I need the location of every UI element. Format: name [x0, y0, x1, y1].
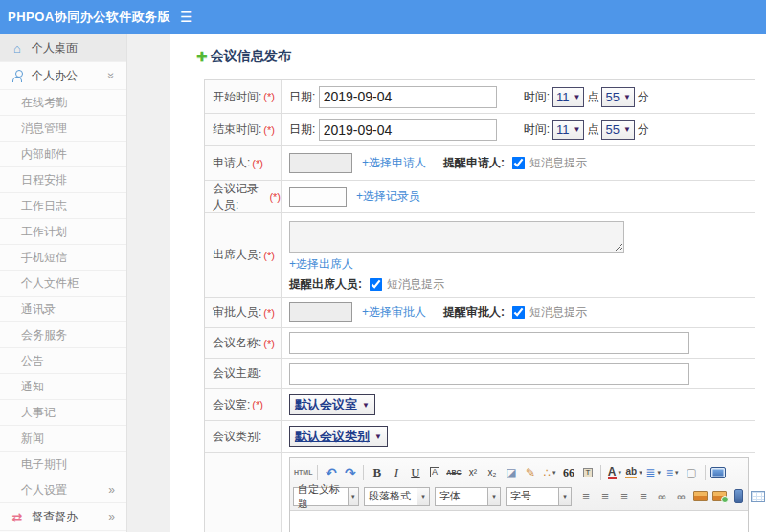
- approver-sms-checkbox[interactable]: [512, 306, 526, 320]
- approver-input[interactable]: [289, 302, 352, 322]
- sidebar-item-meeting-service[interactable]: 会务服务: [0, 322, 126, 348]
- sidebar-item-personal-file-cabinet[interactable]: 个人文件柜: [0, 271, 126, 297]
- user-icon: [12, 70, 23, 82]
- sidebar-item-contacts[interactable]: 通讯录: [0, 297, 126, 322]
- redo-icon[interactable]: ↷: [341, 463, 359, 481]
- end-hour-select[interactable]: 11 ▼: [552, 120, 584, 140]
- blank-page-icon[interactable]: ▢: [683, 463, 701, 481]
- required-mark: (*): [269, 191, 281, 203]
- required-mark: (*): [252, 399, 263, 410]
- font-size-select[interactable]: 字号 ▾: [506, 487, 572, 506]
- underline-icon[interactable]: U: [406, 463, 424, 481]
- sidebar-item-work-plan[interactable]: 工作计划: [0, 219, 126, 245]
- auto-typeset-icon[interactable]: ∴▾: [540, 463, 558, 481]
- sidebar-item-notice[interactable]: 通知: [0, 374, 126, 400]
- end-time-label: 结束时间: (*): [205, 114, 282, 145]
- editor-content-area[interactable]: [290, 511, 748, 532]
- sidebar-item-message-management[interactable]: 消息管理: [0, 116, 126, 142]
- hamburger-menu-icon[interactable]: ☰: [180, 9, 192, 26]
- paste-text-icon[interactable]: T: [578, 463, 597, 481]
- toolbar-separator: [600, 465, 601, 480]
- meeting-type-select[interactable]: 默认会议类别 ▼: [289, 426, 388, 447]
- sidebar-item-announcement[interactable]: 公告: [0, 348, 126, 374]
- subscript-icon[interactable]: x₂: [483, 463, 501, 481]
- blockquote-icon[interactable]: 66: [559, 463, 577, 481]
- unordered-list-icon[interactable]: ≡▾: [664, 463, 682, 481]
- dropdown-arrow-icon: ▾: [558, 488, 571, 505]
- insert-image-icon[interactable]: [691, 487, 710, 505]
- row-meeting-room: 会议室: (*) 默认会议室 ▼: [205, 389, 755, 421]
- italic-icon[interactable]: I: [387, 463, 405, 481]
- ordered-list-icon[interactable]: ≣▾: [644, 463, 663, 481]
- row-attendees: 出席人员: (*) +选择出席人 提醒出席人员: 短消息提示: [205, 213, 755, 298]
- applicant-input[interactable]: [289, 153, 352, 173]
- custom-title-select[interactable]: 自定义标题 ▾: [293, 487, 359, 506]
- page-title: 会议信息发布: [211, 48, 291, 65]
- choose-applicant-link[interactable]: +选择申请人: [362, 155, 426, 171]
- meeting-topic-input[interactable]: [289, 363, 689, 385]
- font-color-icon[interactable]: A▾: [605, 463, 623, 481]
- bold-icon[interactable]: B: [368, 463, 386, 481]
- sidebar-item-personal-office[interactable]: 个人办公 »: [0, 62, 126, 90]
- format-painter-icon[interactable]: ✎: [521, 463, 539, 481]
- main-content: ✚ 会议信息发布 开始时间: (*) 日期: 时间: 11 ▼ 点 55 ▼: [170, 34, 766, 532]
- choose-recorder-link[interactable]: +选择记录员: [356, 188, 420, 205]
- paragraph-format-select[interactable]: 段落格式 ▾: [364, 487, 430, 506]
- start-date-input[interactable]: [319, 86, 497, 108]
- row-meeting-topic: 会议主题:: [205, 359, 755, 389]
- toolbar-separator: [363, 465, 364, 480]
- start-minute-select[interactable]: 55 ▼: [601, 87, 634, 107]
- applicant-sms-checkbox[interactable]: [512, 157, 526, 170]
- form-header: ✚ 会议信息发布: [196, 48, 291, 65]
- sidebar-item-work-log[interactable]: 工作日志: [0, 193, 126, 219]
- strikethrough-icon[interactable]: ABC: [444, 463, 462, 481]
- font-border-icon[interactable]: A: [425, 463, 443, 481]
- superscript-icon[interactable]: x²: [463, 463, 482, 481]
- date-label: 日期:: [289, 89, 315, 105]
- page-break-icon[interactable]: [730, 487, 748, 505]
- undo-icon[interactable]: ↶: [322, 463, 340, 481]
- sidebar-item-personal-desktop[interactable]: ⌂ 个人桌面: [0, 34, 126, 62]
- meeting-name-input[interactable]: [289, 332, 689, 354]
- attendees-sms-checkbox[interactable]: [370, 278, 383, 292]
- sidebar-item-supervision[interactable]: ⇄ 督查督办 »: [0, 503, 126, 531]
- chevron-right-icon: »: [108, 510, 115, 523]
- align-center-icon[interactable]: ≡: [596, 487, 614, 505]
- sidebar-item-online-attendance[interactable]: 在线考勤: [0, 90, 126, 116]
- row-recorder: 会议记录人员: (*) +选择记录员: [205, 181, 755, 213]
- end-minute-select[interactable]: 55 ▼: [601, 120, 634, 140]
- align-right-icon[interactable]: ≡: [615, 487, 633, 505]
- upload-image-icon[interactable]: [710, 487, 729, 505]
- preview-icon[interactable]: [710, 463, 728, 481]
- dropdown-arrow-icon: ▼: [574, 93, 581, 101]
- choose-approver-link[interactable]: +选择审批人: [362, 304, 426, 321]
- html-source-icon[interactable]: HTML: [293, 463, 313, 481]
- sidebar-item-label: 个人设置: [21, 483, 67, 497]
- recorder-input[interactable]: [289, 187, 347, 207]
- eraser-icon[interactable]: ◪: [502, 463, 520, 481]
- row-end-time: 结束时间: (*) 日期: 时间: 11 ▼ 点 55 ▼ 分: [205, 114, 755, 146]
- sidebar-item-schedule[interactable]: 日程安排: [0, 167, 126, 193]
- align-justify-icon[interactable]: ≡: [634, 487, 652, 505]
- choose-attendees-link[interactable]: +选择出席人: [289, 257, 353, 271]
- sidebar-item-mobile-sms[interactable]: 手机短信: [0, 245, 126, 271]
- insert-table-icon[interactable]: [749, 487, 766, 505]
- attendees-textarea[interactable]: [289, 221, 624, 253]
- sidebar-item-news[interactable]: 新闻: [0, 426, 126, 452]
- unlink-icon[interactable]: ∞: [672, 487, 690, 505]
- font-family-select[interactable]: 字体 ▾: [435, 487, 501, 506]
- sidebar-item-label: 个人办公: [32, 68, 78, 84]
- sidebar-item-e-journal[interactable]: 电子期刊: [0, 452, 126, 477]
- sidebar-item-internal-mail[interactable]: 内部邮件: [0, 142, 126, 167]
- toolbar-separator: [317, 465, 318, 480]
- start-hour-select[interactable]: 11 ▼: [552, 87, 584, 107]
- align-left-icon[interactable]: ≡: [576, 487, 595, 505]
- highlight-color-icon[interactable]: ab▾: [624, 463, 642, 481]
- link-icon[interactable]: ∞: [653, 487, 671, 505]
- attendees-label: 出席人员: (*): [205, 213, 282, 297]
- meeting-room-select[interactable]: 默认会议室 ▼: [289, 394, 375, 415]
- sidebar-item-personal-settings[interactable]: 个人设置 »: [0, 477, 126, 503]
- recorder-label: 会议记录人员: (*): [205, 181, 282, 212]
- sidebar-item-memorabilia[interactable]: 大事记: [0, 400, 126, 426]
- end-date-input[interactable]: [319, 119, 497, 141]
